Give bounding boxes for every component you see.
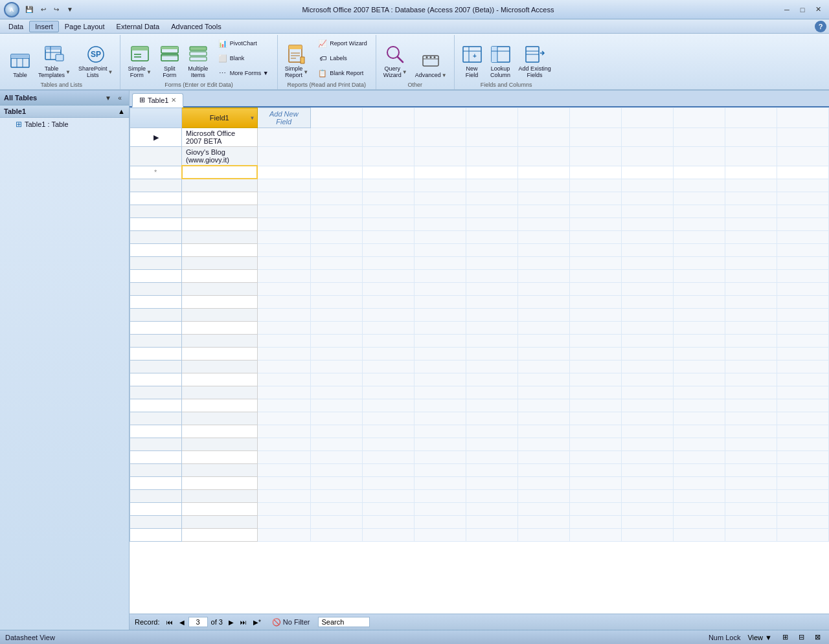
simple-report-btn[interactable]: SimpleReport ▼ [282,42,312,80]
row-selector-2 [130,147,182,166]
new-field-btn[interactable]: + NewField [459,42,486,80]
svg-rect-4 [11,54,29,58]
multiple-items-label: MultipleItems [188,65,208,78]
cell-new-e7 [621,166,673,179]
view-dropdown-btn[interactable]: View ▼ [744,632,775,643]
table-row [130,412,829,425]
nav-dropdown-btn[interactable]: ▼ [103,93,113,103]
add-new-field-header[interactable]: Add New Field [257,108,310,128]
lookup-column-btn[interactable]: LookupColumn [487,42,514,80]
sharepoint-lists-btn[interactable]: SP SharePointLists ▼ [75,42,116,80]
tab-table1[interactable]: ⊞ Table1 ✕ [132,93,183,107]
pivot-table-btn[interactable]: ⊟ [795,632,808,643]
add-existing-fields-icon [525,44,545,65]
nav-collapse-btn[interactable]: « [115,93,125,103]
cell-row2-addnew [257,147,310,166]
svg-rect-21 [190,52,207,56]
svg-rect-6 [45,47,61,50]
more-forms-btn[interactable]: ⋯ More Forms ▼ [213,66,273,80]
cell-row1-field1[interactable]: Microsoft Office 2007 BETA [182,128,258,147]
table-templates-label: TableTemplates [38,65,65,78]
cell-row2-e9 [725,147,777,166]
record-first-btn[interactable]: ⏮ [164,617,176,627]
report-wizard-btn[interactable]: 📈 Report Wizard [313,36,372,50]
table-row [130,463,829,476]
record-new-btn[interactable]: ▶* [251,617,264,627]
quick-access-dropdown-btn[interactable]: ▼ [63,4,76,15]
cell-row1-e9 [725,128,777,147]
cell-new-e1 [310,166,362,179]
record-next-btn[interactable]: ▶ [226,617,236,627]
blank-report-btn[interactable]: 📋 Blank Report [313,66,368,80]
menu-external-data[interactable]: External Data [111,21,166,32]
menu-data[interactable]: Data [3,21,29,32]
filter-label: No Filter [283,618,310,626]
record-number-input[interactable] [188,617,208,627]
simple-form-btn[interactable]: SimpleForm ▼ [124,42,154,80]
simple-form-arrow: ▼ [146,69,152,75]
tab-close-btn[interactable]: ✕ [171,96,176,104]
nav-item-table1[interactable]: ⊞ Table1 : Table [0,118,129,131]
maximize-btn[interactable]: □ [795,4,810,16]
menu-advanced-tools[interactable]: Advanced Tools [165,21,227,32]
minimize-btn[interactable]: ─ [780,4,794,16]
table-row [130,269,829,282]
tab-icon: ⊞ [139,96,145,104]
datasheet-view-btn[interactable]: ⊞ [779,632,791,643]
cell-new-field1[interactable] [182,166,258,179]
title-bar: A 💾 ↩ ↪ ▼ Microsoft Office 2007 BETA : D… [0,0,829,19]
undo-quick-btn[interactable]: ↩ [38,4,49,15]
tab-bar: ⊞ Table1 ✕ [130,91,829,107]
table-templates-btn[interactable]: TableTemplates ▼ [35,42,74,80]
cell-row2-e6 [569,147,621,166]
advanced-btn[interactable]: Advanced ▼ [412,49,450,80]
save-quick-btn[interactable]: 💾 [22,4,36,15]
redo-quick-btn[interactable]: ↪ [51,4,62,15]
add-new-field-label: Add New Field [269,110,299,126]
cell-new-e9 [725,166,777,179]
table-row [130,282,829,295]
search-input[interactable] [318,617,370,627]
cell-row1-addnew [257,128,310,147]
cell-row2-field1[interactable]: Giovy's Blog (www.giovy.it) [182,147,258,166]
table-row [130,386,829,399]
pivot-chart-btn[interactable]: ⊠ [812,632,824,643]
table-row [130,321,829,334]
quick-access-toolbar: 💾 ↩ ↪ ▼ [22,4,76,15]
table-row [130,243,829,256]
help-icon[interactable]: ? [815,21,826,32]
no-filter-btn[interactable]: 🚫 No Filter [267,617,315,628]
field1-header[interactable]: Field1 ▼ [182,108,258,128]
lookup-column-icon [490,44,511,65]
labels-btn[interactable]: 🏷 Labels [313,51,352,65]
cell-new-e10 [777,166,828,179]
close-btn[interactable]: ✕ [811,4,825,16]
table-row [130,347,829,360]
simple-report-label: SimpleReport [285,65,303,78]
cell-row1-e8 [673,128,725,147]
svg-point-35 [434,56,436,58]
cell-row1-e3 [414,128,466,147]
record-prev-btn[interactable]: ◀ [177,617,187,627]
blank-btn[interactable]: ⬜ Blank [213,51,249,65]
empty-col-4 [466,108,517,128]
add-existing-fields-btn[interactable]: Add ExistingFields [516,42,554,80]
advanced-arrow: ▼ [442,72,447,78]
svg-rect-9 [56,54,63,61]
menu-page-layout[interactable]: Page Layout [59,21,111,32]
split-form-btn[interactable]: SplitForm [156,42,183,80]
table-row: Giovy's Blog (www.giovy.it) [130,147,829,166]
query-wizard-btn[interactable]: QueryWizard ▼ [380,42,411,80]
cell-row2-e8 [673,147,725,166]
nav-item-table1-icon: ⊞ [16,120,22,129]
table-btn[interactable]: Table [6,49,34,80]
pivotchart-btn[interactable]: 📊 PivotChart [213,36,262,50]
multiple-items-btn[interactable]: MultipleItems [185,42,212,80]
table-row [130,192,829,205]
menu-insert[interactable]: Insert [29,21,59,32]
ribbon-group-tables: Table Tabl [3,35,120,89]
record-last-btn[interactable]: ⏭ [238,617,249,627]
table-row [130,360,829,373]
nav-section-table1[interactable]: Table1 ▲ [0,105,129,118]
table-row [130,334,829,347]
